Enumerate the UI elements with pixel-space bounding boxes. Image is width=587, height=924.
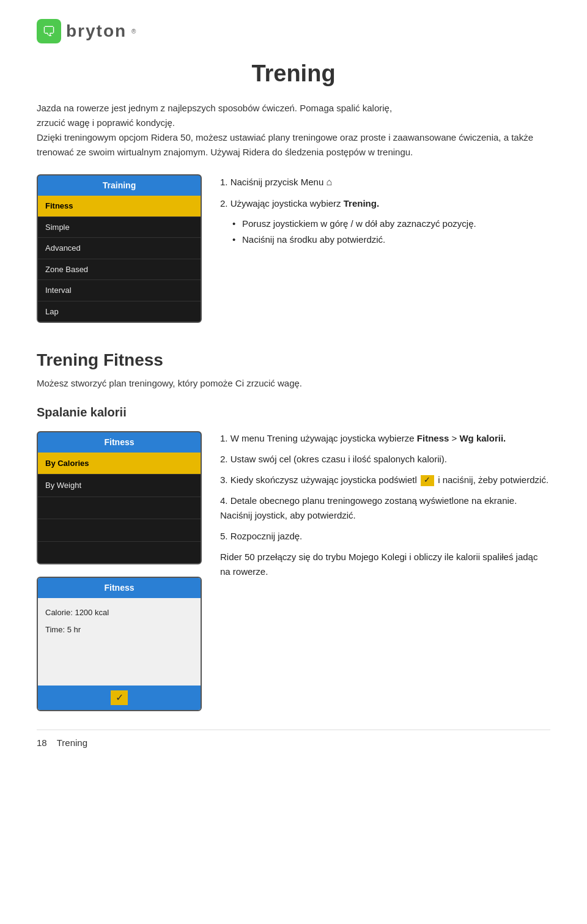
training-instructions: 1. Naciśnij przycisk Menu ⌂ 2. Używając … [220, 174, 550, 249]
training-section: Training Fitness Simple Advanced Zone Ba… [37, 174, 550, 323]
calories-heading: Spalanie kalorii [37, 403, 550, 421]
training-menu-item-advanced: Advanced [38, 238, 201, 259]
fitness-detail-screen: Fitness Calorie: 1200 kcal Time: 5 hr ✓ [37, 577, 202, 711]
fitness-detail-title: Fitness [38, 578, 201, 598]
footer-label: Trening [57, 736, 87, 750]
step2: 2. Używając joysticka wybierz Trening. [220, 196, 550, 211]
detail-spacer [45, 640, 193, 677]
fitness-desc: Możesz stworzyć plan treningowy, który p… [37, 377, 550, 391]
bryton-logo-icon: 🗨 [37, 19, 61, 43]
calories-section: Fitness By Calories By Weight Fitness Ca… [37, 431, 550, 712]
bullet1: Porusz joystickiem w górę / w dół aby za… [232, 217, 550, 231]
fitness-detail-footer: ✓ [38, 686, 201, 710]
fitness-empty1 [38, 497, 201, 520]
page-number: 18 [37, 736, 47, 750]
fitness-empty3 [38, 542, 201, 564]
fitness-instructions: 1. W menu Trening używając joysticka wyb… [220, 431, 550, 585]
home-icon: ⌂ [326, 177, 332, 187]
fitness-menu-title: Fitness [38, 432, 201, 453]
logo-area: 🗨 bryton ® [37, 18, 550, 44]
check-icon: ✓ [111, 690, 128, 705]
training-menu-item-fitness: Fitness [38, 196, 201, 217]
training-menu-item-interval: Interval [38, 280, 201, 301]
device-screens-left: Fitness By Calories By Weight Fitness Ca… [37, 431, 202, 712]
fitness-heading: Trening Fitness [37, 347, 550, 373]
fitness-note: Rider 50 przełączy się do trybu Mojego K… [220, 550, 550, 579]
fitness-device-screen: Fitness By Calories By Weight [37, 431, 202, 565]
inline-check-icon: ✓ [421, 475, 434, 486]
bullet2: Naciśnij na środku aby potwierdzić. [232, 233, 550, 247]
time-row: Time: 5 hr [45, 624, 193, 636]
page-title: Trening [37, 56, 550, 91]
svg-text:🗨: 🗨 [42, 24, 56, 39]
fitness-empty2 [38, 519, 201, 542]
fitness-step1: 1. W menu Trening używając joysticka wyb… [220, 431, 550, 446]
training-menu-title: Training [38, 176, 201, 196]
fitness-section: Trening Fitness Możesz stworzyć plan tre… [37, 347, 550, 711]
intro-text: Jazda na rowerze jest jednym z najlepszy… [37, 101, 550, 160]
step2-bullets: Porusz joystickiem w górę / w dół aby za… [232, 217, 550, 247]
logo-text: bryton [66, 18, 127, 44]
fitness-detail-content: Calorie: 1200 kcal Time: 5 hr [38, 598, 201, 686]
fitness-step5: 5. Rozpocznij jazdę. [220, 529, 550, 544]
training-menu-item-zone-based: Zone Based [38, 259, 201, 281]
fitness-by-weight: By Weight [38, 475, 201, 497]
calorie-row: Calorie: 1200 kcal [45, 607, 193, 619]
fitness-step2: 2. Ustaw swój cel (okres czasu i ilość s… [220, 452, 550, 467]
training-menu-item-lap: Lap [38, 301, 201, 322]
training-menu-item-simple: Simple [38, 217, 201, 238]
fitness-step4: 4. Detale obecnego planu treningowego zo… [220, 493, 550, 523]
training-device-screen: Training Fitness Simple Advanced Zone Ba… [37, 174, 202, 323]
page-footer: 18 Trening [37, 730, 550, 750]
fitness-by-calories: By Calories [38, 453, 201, 475]
fitness-step3: 3. Kiedy skończysz używając joysticka po… [220, 473, 550, 487]
logo-tm: ® [131, 27, 136, 36]
step1: 1. Naciśnij przycisk Menu ⌂ [220, 174, 550, 190]
